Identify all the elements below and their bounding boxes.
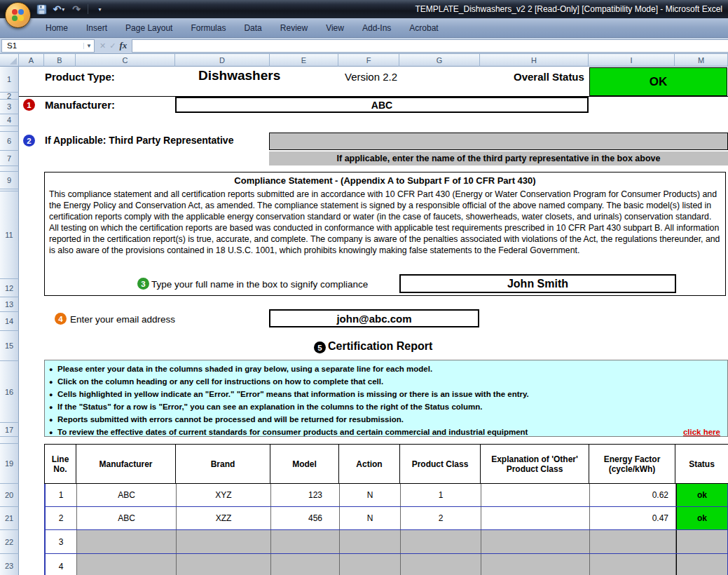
row-header-22[interactable]: 22 xyxy=(0,530,19,554)
cell-explanation[interactable] xyxy=(481,530,590,553)
enter-icon[interactable]: ✓ xyxy=(109,41,116,50)
row-header-hidden[interactable] xyxy=(0,166,19,172)
cell-explanation[interactable] xyxy=(481,554,590,575)
row-header-6[interactable]: 6 xyxy=(0,132,19,151)
tab-formulas[interactable]: Formulas xyxy=(181,19,235,37)
row-header-2[interactable]: 2 xyxy=(0,93,19,100)
save-icon[interactable] xyxy=(35,3,48,15)
row-header-14[interactable]: 14 xyxy=(0,312,19,331)
cell-model[interactable]: 123 xyxy=(271,484,340,506)
insert-function-icon[interactable]: fx xyxy=(119,40,127,51)
row-header-21[interactable]: 21 xyxy=(0,507,19,530)
product-type-value[interactable]: Dishwashers xyxy=(198,68,280,83)
row-header-hidden[interactable] xyxy=(0,437,19,444)
office-button[interactable] xyxy=(5,2,31,28)
cell-brand[interactable]: XZZ xyxy=(177,507,271,529)
column-header-G[interactable]: G xyxy=(399,54,480,67)
select-all-corner[interactable] xyxy=(0,54,19,67)
cell-action[interactable]: N xyxy=(340,507,401,529)
full-name-input[interactable]: John Smith xyxy=(399,274,676,293)
redo-button[interactable]: ↷ xyxy=(70,3,83,15)
row-header-12[interactable]: 12 xyxy=(0,279,19,297)
header-status[interactable]: Status xyxy=(675,445,728,483)
cell-model[interactable]: 456 xyxy=(271,507,340,529)
name-box[interactable]: S1 ▼ xyxy=(1,39,95,53)
header-brand[interactable]: Brand xyxy=(176,445,270,483)
row-header-hidden[interactable] xyxy=(0,126,19,132)
cell-explanation[interactable] xyxy=(481,507,590,529)
row-header-4[interactable]: 4 xyxy=(0,114,19,126)
cell-manufacturer[interactable] xyxy=(77,554,177,575)
cell-energy-factor[interactable]: 0.62 xyxy=(590,484,676,506)
column-header-D[interactable]: D xyxy=(175,54,270,67)
header-action[interactable]: Action xyxy=(339,445,400,483)
tab-page-layout[interactable]: Page Layout xyxy=(116,19,181,37)
header-explanation[interactable]: Explanation of 'Other' Product Class xyxy=(481,445,589,483)
column-header-M[interactable]: M xyxy=(675,54,728,67)
cell-energy-factor[interactable]: 0.47 xyxy=(590,507,676,529)
header-product-class[interactable]: Product Class xyxy=(400,445,481,483)
cell-energy-factor[interactable] xyxy=(590,530,676,553)
cell-action[interactable] xyxy=(340,530,401,553)
tab-review[interactable]: Review xyxy=(271,19,317,37)
row-header-1[interactable]: 1 xyxy=(0,67,19,93)
cell-line-no[interactable]: 1 xyxy=(46,484,77,506)
row-header-3[interactable]: 3 xyxy=(0,100,19,114)
column-header-E[interactable]: E xyxy=(270,54,338,67)
cell-status[interactable] xyxy=(676,530,727,553)
click-here-link[interactable]: click here xyxy=(683,426,723,438)
row-header-16[interactable]: 16 xyxy=(0,361,19,423)
cell-status[interactable]: ok xyxy=(676,507,727,529)
row-header-19[interactable]: 19 xyxy=(0,444,19,484)
overall-status-cell[interactable]: OK xyxy=(589,67,727,96)
cell-manufacturer[interactable]: ABC xyxy=(77,484,177,506)
cell-line-no[interactable]: 2 xyxy=(46,507,77,529)
tab-view[interactable]: View xyxy=(317,19,353,37)
cell-brand[interactable]: XYZ xyxy=(177,484,271,506)
cell-brand[interactable] xyxy=(177,554,271,575)
manufacturer-input[interactable]: ABC xyxy=(175,97,589,113)
column-header-H[interactable]: H xyxy=(480,54,589,67)
cell-status[interactable] xyxy=(676,554,727,575)
third-party-input[interactable] xyxy=(269,133,728,150)
header-energy-factor[interactable]: Energy Factor (cycle/kWh) xyxy=(589,445,675,483)
formula-input[interactable] xyxy=(132,39,728,53)
cell-manufacturer[interactable]: ABC xyxy=(77,507,177,529)
cell-line-no[interactable]: 4 xyxy=(46,554,77,575)
row-header-13[interactable]: 13 xyxy=(0,297,19,312)
row-header-17[interactable]: 17 xyxy=(0,423,19,437)
row-header-20[interactable]: 20 xyxy=(0,484,19,507)
header-manufacturer[interactable]: Manufacturer xyxy=(76,445,176,483)
cell-line-no[interactable]: 3 xyxy=(46,530,77,553)
cell-product-class[interactable]: 2 xyxy=(401,507,481,529)
row-header-9[interactable]: 9 xyxy=(0,172,19,189)
cell-explanation[interactable] xyxy=(481,484,590,506)
cell-manufacturer[interactable] xyxy=(77,530,177,553)
row-header-15[interactable]: 15 xyxy=(0,331,19,361)
email-input[interactable]: john@abc.com xyxy=(269,309,479,327)
cell-status[interactable]: ok xyxy=(676,484,727,506)
cell-product-class[interactable]: 1 xyxy=(401,484,481,506)
column-header-F[interactable]: F xyxy=(338,54,399,67)
row-header-7[interactable]: 7 xyxy=(0,151,19,166)
tab-home[interactable]: Home xyxy=(36,19,77,37)
row-header-11[interactable]: 11 xyxy=(0,191,19,279)
column-header-B[interactable]: B xyxy=(44,54,76,67)
tab-insert[interactable]: Insert xyxy=(77,19,116,37)
column-header-A[interactable]: A xyxy=(19,54,44,67)
name-box-dropdown-icon[interactable]: ▼ xyxy=(83,43,94,49)
cell-model[interactable] xyxy=(271,554,340,575)
tab-add-ins[interactable]: Add-Ins xyxy=(353,19,400,37)
cell-action[interactable]: N xyxy=(340,484,401,506)
column-header-I[interactable]: I xyxy=(589,54,675,67)
cancel-icon[interactable]: ✕ xyxy=(99,41,106,50)
header-line-no[interactable]: Line No. xyxy=(45,445,76,483)
qat-customize-button[interactable]: ▾ xyxy=(93,3,106,15)
header-model[interactable]: Model xyxy=(270,445,339,483)
cell-product-class[interactable] xyxy=(401,554,481,575)
tab-data[interactable]: Data xyxy=(235,19,270,37)
cell-action[interactable] xyxy=(340,554,401,575)
cell-product-class[interactable] xyxy=(401,530,481,553)
undo-button[interactable]: ↶▾ xyxy=(53,3,65,15)
row-header-23[interactable]: 23 xyxy=(0,554,19,575)
